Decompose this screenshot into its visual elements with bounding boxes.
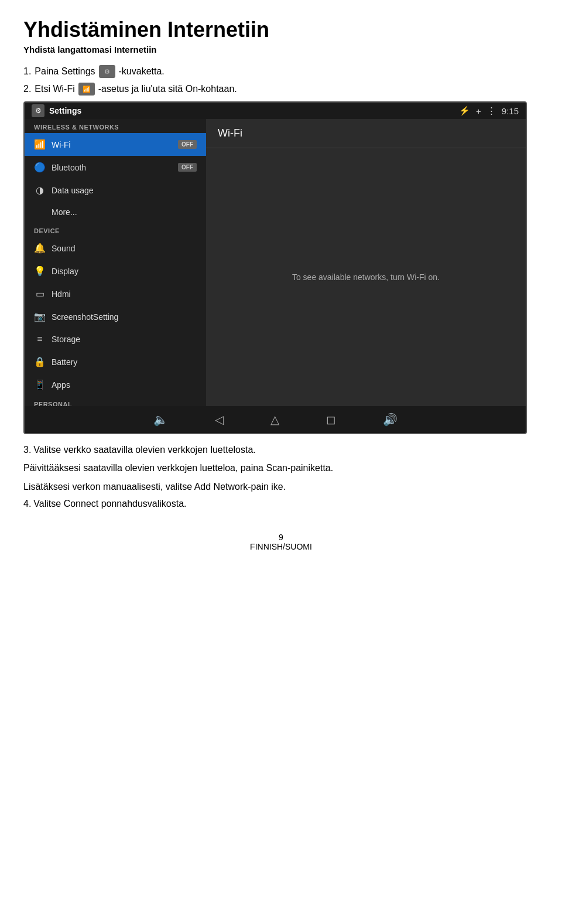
display-sidebar-icon: 💡 [34,265,46,277]
sound-label: Sound [52,244,197,253]
screenshot-label: ScreenshotSetting [52,312,197,322]
sidebar-item-more[interactable]: More... [25,202,206,223]
step-3-text: Valitse verkko saatavilla olevien verkko… [33,445,255,455]
step-4-text: Valitse Connect ponnahdusvalikosta. [33,499,186,509]
wifi-off-message: To see available networks, turn Wi-Fi on… [292,272,440,282]
sound-sidebar-icon: 🔔 [34,243,46,254]
storage-sidebar-icon: ≡ [34,334,46,345]
settings-sidebar: WIRELESS & NETWORKS 📶 Wi-Fi OFF 🔵 Blueto… [25,119,206,406]
apps-sidebar-icon: 📱 [34,379,46,390]
personal-section-header: PERSONAL [25,396,206,406]
battery-label: Battery [52,357,197,367]
sidebar-item-data-usage[interactable]: ◑ Data usage [25,179,206,202]
sidebar-item-apps[interactable]: 📱 Apps [25,373,206,396]
step-4-number: 4. [23,499,31,509]
step-1-number: 1. [23,66,31,77]
status-bar-left: ⚙ Settings [32,104,81,117]
display-label: Display [52,267,197,276]
add-icon: + [476,106,481,116]
device-screenshot: ⚙ Settings ⚡ + ⋮ 9:15 WIRELESS & NETWORK… [23,101,527,434]
screen-body: WIRELESS & NETWORKS 📶 Wi-Fi OFF 🔵 Blueto… [25,119,526,406]
sidebar-item-bluetooth[interactable]: 🔵 Bluetooth OFF [25,156,206,179]
recents-nav-button[interactable]: ◻ [326,412,336,427]
volume-up-nav-icon[interactable]: 🔊 [383,412,397,427]
locale-label: FINNISH/SUOMI [23,542,539,551]
back-nav-button[interactable]: ◁ [215,412,224,427]
wifi-sidebar-icon: 📶 [34,139,46,150]
sidebar-item-hdmi[interactable]: ▭ Hdmi [25,282,206,305]
bluetooth-sidebar-icon: 🔵 [34,162,46,173]
apps-label: Apps [52,380,197,390]
content-header: Wi-Fi [206,119,526,148]
paragraph-2: Lisätäksesi verkon manuaalisesti, valits… [23,480,539,494]
settings-content-area: Wi-Fi To see available networks, turn Wi… [206,119,526,406]
step-4: 4. Valitse Connect ponnahdusvalikosta. [23,499,539,509]
sidebar-item-battery[interactable]: 🔒 Battery [25,350,206,373]
footer: 9 FINNISH/SUOMI [23,533,539,551]
step-1: 1. Paina Settings ⚙ -kuvaketta. [23,65,539,78]
menu-icon: ⋮ [487,105,496,116]
status-bar: ⚙ Settings ⚡ + ⋮ 9:15 [25,103,526,119]
battery-sidebar-icon: 🔒 [34,356,46,367]
status-bar-right: ⚡ + ⋮ 9:15 [459,105,519,116]
step-2: 2. Etsi Wi-Fi 📶 -asetus ja liu'uta sitä … [23,83,539,96]
wireless-section-header: WIRELESS & NETWORKS [25,119,206,133]
data-usage-sidebar-icon: ◑ [34,185,46,196]
more-label: More... [52,207,197,217]
page-title: Yhdistäminen Internetiin [23,18,539,42]
storage-label: Storage [52,335,197,344]
step-1-text-after: -kuvaketta. [119,66,165,77]
step-1-text-before: Paina Settings [35,66,95,77]
wifi-label: Wi-Fi [52,140,172,149]
bluetooth-label: Bluetooth [52,163,172,172]
volume-down-nav-icon[interactable]: 🔈 [153,412,168,427]
wifi-icon: 📶 [78,83,95,96]
home-nav-button[interactable]: △ [270,412,279,427]
lightning-icon: ⚡ [459,105,470,116]
wifi-toggle: OFF [178,140,197,149]
settings-app-icon: ⚙ [32,104,44,117]
nav-bar: 🔈 ◁ △ ◻ 🔊 [25,406,526,433]
device-section-header: DEVICE [25,223,206,237]
screenshot-sidebar-icon: 📷 [34,311,46,322]
page-number: 9 [23,533,539,542]
step-2-text-after: -asetus ja liu'uta sitä On-kohtaan. [98,84,237,94]
sidebar-item-storage[interactable]: ≡ Storage [25,328,206,350]
data-usage-label: Data usage [52,186,197,195]
status-bar-title: Settings [49,106,81,115]
bluetooth-toggle: OFF [178,163,197,172]
step-2-text-before: Etsi Wi-Fi [35,84,74,94]
step-3: 3. Valitse verkko saatavilla olevien ver… [23,445,539,455]
hdmi-label: Hdmi [52,289,197,299]
time-display: 9:15 [502,106,519,116]
content-body: To see available networks, turn Wi-Fi on… [206,148,526,406]
sidebar-item-display[interactable]: 💡 Display [25,260,206,282]
step-2-number: 2. [23,84,31,94]
settings-icon: ⚙ [99,65,115,78]
step-3-number: 3. [23,445,31,455]
page-subtitle: Yhdistä langattomasi Internetiin [23,45,539,54]
sidebar-item-screenshot[interactable]: 📷 ScreenshotSetting [25,305,206,328]
paragraph-1: Päivittääksesi saatavilla olevien verkko… [23,461,539,475]
sidebar-item-wifi[interactable]: 📶 Wi-Fi OFF [25,133,206,156]
sidebar-item-sound[interactable]: 🔔 Sound [25,237,206,260]
hdmi-sidebar-icon: ▭ [34,288,46,299]
